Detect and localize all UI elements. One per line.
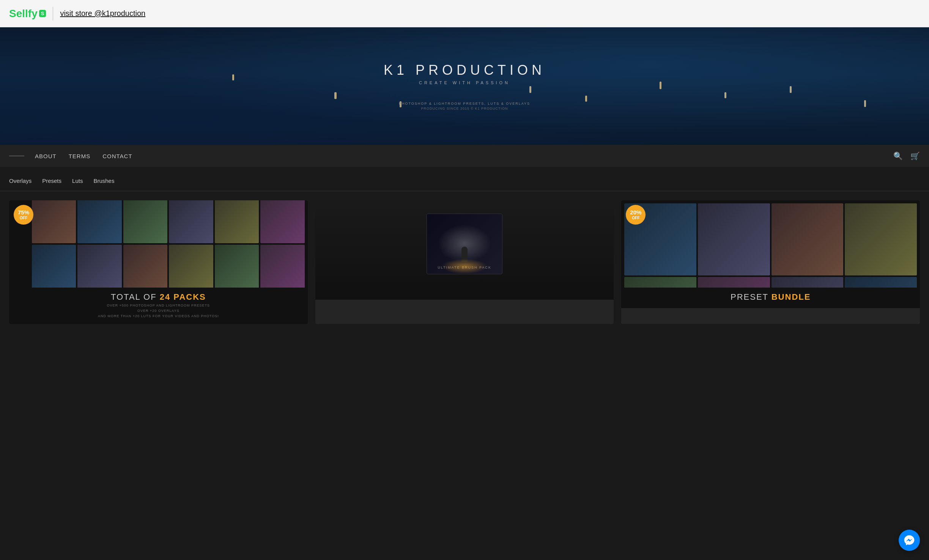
light-spot-8 [232, 74, 234, 80]
product3-title-highlight: BUNDLE [772, 292, 811, 302]
product-card-2[interactable]: ULTIMATE BRUSH PACK [315, 200, 614, 324]
logo-badge: S [39, 10, 46, 17]
hero-tagline2: PRODUCING SINCE 2015 © K1 PRODUCTION [384, 107, 545, 110]
hero-title: K1 PRODUCTION [384, 62, 545, 78]
product3-image [621, 200, 920, 288]
product1-info: TOTAL OF 24 PACKS OVER +500 PHOTOSHOP AN… [9, 288, 308, 324]
filter-brushes[interactable]: Brushes [93, 178, 114, 186]
thumb-14 [77, 245, 121, 288]
filter-presets[interactable]: Presets [42, 178, 61, 186]
nav-about[interactable]: ABOUT [35, 146, 57, 166]
light-spot-9 [864, 100, 866, 107]
visit-store-link[interactable]: visit store @k1production [60, 9, 145, 18]
hero-content: K1 PRODUCTION CREATE WITH PASSION PHOTOS… [384, 62, 545, 110]
thumb-12 [260, 200, 304, 243]
thumb-11 [215, 200, 259, 243]
products-grid: 75% OFF [0, 191, 929, 333]
light-spot-4 [585, 96, 587, 102]
filter-overlays[interactable]: Overlays [9, 178, 31, 186]
preset-thumb-8 [845, 277, 917, 288]
topbar: Sellfy S visit store @k1production [0, 0, 929, 27]
thumb-8 [77, 200, 121, 243]
product-card-3[interactable]: 20% OFF [621, 200, 920, 324]
nav-actions: 🔍 🛒 [893, 151, 920, 160]
filter-tabs: Overlays Presets Luts Brushes [0, 167, 929, 191]
light-spot-6 [724, 92, 726, 98]
light-spot-1 [334, 92, 337, 99]
brush-glow-effect [442, 259, 487, 274]
product1-title: TOTAL OF 24 PACKS [15, 292, 302, 302]
cart-icon[interactable]: 🛒 [910, 151, 920, 160]
thumb-16 [169, 245, 213, 288]
nav-logo-mark [9, 156, 24, 156]
hero-tagline: PHOTOSHOP & LIGHTROOM PRESETS, LUTS & OV… [384, 102, 545, 105]
thumb-9 [123, 200, 167, 243]
light-spot-5 [660, 82, 661, 89]
preset-thumb-3 [772, 203, 844, 275]
thumb-13 [32, 245, 76, 288]
product3-title: PRESET BUNDLE [627, 292, 914, 302]
product1-badge-percent: 75% [18, 209, 29, 216]
product1-title-highlight: 24 PACKS [160, 292, 206, 302]
product1-badge-off: OFF [20, 216, 27, 220]
thumb-18 [260, 245, 304, 288]
thumb-10 [169, 200, 213, 243]
preset-thumb-5 [624, 277, 696, 288]
product1-image [9, 200, 308, 288]
nav-links: ABOUT TERMS CONTACT [35, 146, 893, 166]
hero-banner: K1 PRODUCTION CREATE WITH PASSION PHOTOS… [0, 27, 929, 145]
preset-thumb-7 [772, 277, 844, 288]
product3-badge: 20% OFF [626, 205, 646, 225]
hero-subtitle: CREATE WITH PASSION [384, 80, 545, 85]
logo[interactable]: Sellfy S [9, 8, 46, 20]
thumb-15 [123, 245, 167, 288]
product3-badge-percent: 20% [630, 209, 641, 216]
logo-text: Sellfy [9, 8, 38, 20]
product3-info: PRESET BUNDLE [621, 288, 920, 308]
thumb-17 [215, 245, 259, 288]
brush-box: ULTIMATE BRUSH PACK [427, 214, 502, 274]
light-spot-7 [790, 86, 792, 93]
preset-thumb-4 [845, 203, 917, 275]
navbar: ABOUT TERMS CONTACT 🔍 🛒 [0, 145, 929, 167]
product-card-1[interactable]: 75% OFF [9, 200, 308, 324]
nav-contact[interactable]: CONTACT [102, 146, 132, 166]
product2-image: ULTIMATE BRUSH PACK [315, 200, 614, 288]
product1-badge: 75% OFF [14, 205, 33, 225]
thumb-7 [32, 200, 76, 243]
preset-thumb-2 [698, 203, 770, 275]
search-icon[interactable]: 🔍 [893, 151, 903, 160]
product1-sub1: OVER +500 PHOTOSHOP AND LIGHTROOM PRESET… [15, 304, 302, 307]
preset-thumb-6 [698, 277, 770, 288]
filter-luts[interactable]: Luts [72, 178, 83, 186]
product2-info [315, 288, 614, 300]
preset-grid [624, 203, 917, 288]
product1-sub2: OVER +20 OVERLAYS [15, 309, 302, 313]
topbar-divider [53, 7, 53, 20]
nav-terms[interactable]: TERMS [69, 146, 91, 166]
product3-badge-off: OFF [632, 216, 639, 220]
product1-sub3: AND MORE THAN +20 LUTS FOR YOUR VIDEOS A… [15, 314, 302, 318]
product1-grid [9, 200, 308, 288]
